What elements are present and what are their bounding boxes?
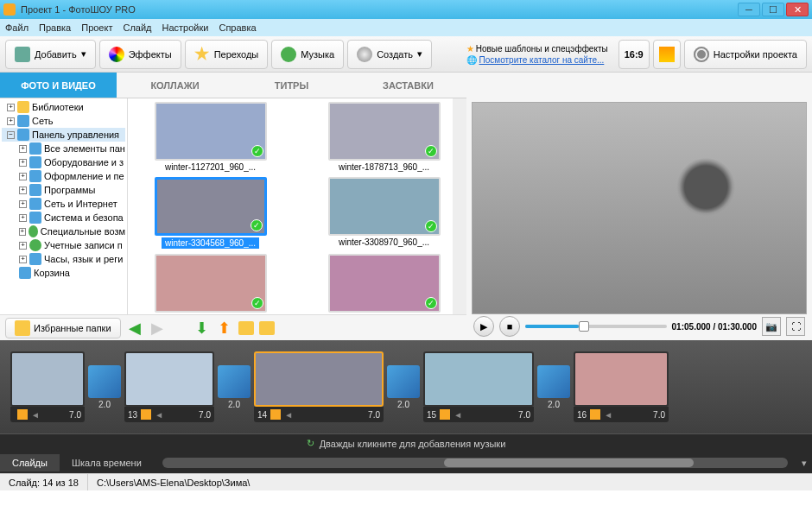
timeline-tab-1[interactable]: Шкала времени	[60, 454, 154, 471]
expand-icon[interactable]: +	[19, 242, 27, 250]
tree-item[interactable]: +Все элементы пан	[2, 142, 125, 155]
menu-Правка[interactable]: Правка	[39, 22, 71, 33]
tree-item[interactable]: +Оборудование и з	[2, 155, 125, 169]
expand-icon[interactable]: +	[7, 117, 15, 125]
minimize-button[interactable]: ─	[738, 3, 760, 16]
thumbnail[interactable]: ✓winter-1127201_960_...	[131, 102, 289, 172]
tree-item[interactable]: +Учетные записи п	[2, 238, 125, 252]
expand-icon[interactable]: +	[19, 159, 27, 167]
pencil-icon[interactable]	[270, 409, 281, 420]
thumbnail[interactable]: ✓woman-589508_960_7...	[131, 254, 289, 314]
tree-item[interactable]: +Сеть и Интернет	[2, 197, 125, 211]
create-button[interactable]: Создать ▾	[347, 40, 432, 69]
timeline-slide[interactable]: 14 ◄ 7.0	[254, 351, 384, 422]
tree-item[interactable]: +Оформление и пе	[2, 169, 125, 183]
tree-item[interactable]: Корзина	[2, 266, 125, 280]
tree-item[interactable]: +Сеть	[2, 114, 125, 128]
promo-line-2[interactable]: 🌐 Посмотрите каталог на сайте...	[466, 55, 608, 65]
pencil-icon[interactable]	[590, 409, 600, 420]
pencil-icon[interactable]	[17, 409, 28, 420]
back-icon[interactable]: ◀	[126, 319, 143, 337]
expand-icon[interactable]: +	[19, 173, 27, 180]
snapshot-button[interactable]: 📷	[762, 317, 781, 336]
expand-icon[interactable]: +	[19, 187, 27, 194]
warning-icon: ◄	[604, 410, 612, 420]
forward-icon[interactable]: ▶	[149, 319, 166, 337]
expand-icon[interactable]: +	[19, 200, 27, 208]
up-arrow-icon[interactable]: ⬆	[216, 319, 233, 337]
timeline-slide[interactable]: 13 ◄ 7.0	[124, 351, 214, 422]
transition[interactable]: 2.0	[387, 365, 420, 409]
thumbnail[interactable]: ✓woman-3083400_960_...	[305, 254, 463, 314]
menu-Файл[interactable]: Файл	[5, 22, 29, 33]
tree-label: Система и безопа	[44, 212, 124, 223]
thumbnail-image: ✓	[155, 177, 267, 236]
transition[interactable]: 2.0	[88, 365, 121, 409]
expand-icon[interactable]: +	[7, 104, 15, 111]
menu-Слайд[interactable]: Слайд	[123, 22, 151, 33]
timeline-track[interactable]: ◄ 7.0 2.013 ◄ 7.0 2.014 ◄ 7.0 2.015 ◄ 7.…	[0, 340, 812, 433]
seek-bar[interactable]	[525, 325, 667, 328]
chevron-down-icon[interactable]: ▾	[796, 458, 812, 469]
close-button[interactable]: ✕	[786, 3, 809, 16]
menu-Проект[interactable]: Проект	[81, 22, 112, 33]
menu-Настройки[interactable]: Настройки	[162, 22, 209, 33]
folder-up-icon[interactable]	[259, 321, 275, 335]
seek-knob[interactable]	[579, 321, 589, 332]
menu-Справка[interactable]: Справка	[219, 22, 256, 33]
timeline-slide[interactable]: 15 ◄ 7.0	[423, 351, 534, 422]
favorites-button[interactable]: Избранные папки	[5, 318, 121, 338]
expand-icon[interactable]: +	[19, 214, 27, 222]
toolbar: Добавить ▾ Эффекты Переходы Музыка Созда…	[0, 36, 812, 73]
play-button[interactable]: ▶	[473, 316, 494, 337]
transition[interactable]: 2.0	[537, 365, 570, 409]
thumbnail[interactable]: ✓winter-3308970_960_...	[305, 177, 463, 249]
project-settings-button[interactable]: Настройки проекта	[684, 40, 807, 69]
music-track[interactable]: ↻ Дважды кликните для добавления музыки	[0, 433, 812, 452]
slide-info-bar: 13 ◄ 7.0	[124, 407, 214, 422]
tree-item[interactable]: +Система и безопа	[2, 211, 125, 225]
tab-2[interactable]: ТИТРЫ	[233, 73, 350, 98]
expand-icon[interactable]: +	[19, 228, 26, 236]
music-button[interactable]: Музыка	[271, 40, 344, 69]
thumbnail-label: winter-1127201_960_...	[165, 162, 256, 172]
expand-icon[interactable]: +	[19, 256, 27, 263]
timeline-slide[interactable]: ◄ 7.0	[10, 351, 85, 422]
thumbnail[interactable]: ✓winter-1878713_960_...	[305, 102, 463, 172]
slide-image	[10, 351, 85, 407]
tree-item[interactable]: +Специальные возм	[2, 225, 125, 238]
thumbs-scrollbar[interactable]	[453, 98, 466, 314]
thumbnail[interactable]: ✓winter-3304568_960_...	[131, 177, 289, 249]
maximize-button[interactable]: ☐	[762, 3, 784, 16]
expand-icon[interactable]: +	[19, 145, 27, 153]
color-button[interactable]	[653, 40, 681, 69]
pencil-icon[interactable]	[141, 409, 151, 420]
down-arrow-icon[interactable]: ⬇	[193, 319, 211, 337]
preview-video[interactable]	[472, 102, 807, 314]
transition[interactable]: 2.0	[218, 365, 251, 409]
timeline-tab-0[interactable]: Слайды	[0, 454, 60, 471]
tab-0[interactable]: ФОТО И ВИДЕО	[0, 73, 117, 98]
stop-button[interactable]: ■	[499, 316, 520, 337]
tree-item[interactable]: −Панель управления	[2, 128, 125, 142]
tree-item[interactable]: +Часы, язык и реги	[2, 252, 125, 266]
timeline-scrollbar[interactable]	[162, 458, 788, 468]
add-button[interactable]: Добавить ▾	[5, 40, 96, 69]
tab-1[interactable]: КОЛЛАЖИ	[117, 73, 233, 98]
tab-3[interactable]: ЗАСТАВКИ	[350, 73, 466, 98]
statusbar: Слайд: 14 из 18 C:\Users\AMS-Elena\Deskt…	[0, 473, 812, 490]
tree-item[interactable]: +Библиотеки	[2, 100, 125, 114]
fullscreen-button[interactable]: ⛶	[786, 317, 805, 336]
scrollbar-thumb[interactable]	[444, 459, 695, 467]
timeline-slide[interactable]: 16 ◄ 7.0	[574, 351, 669, 422]
tree-item[interactable]: +Программы	[2, 183, 125, 197]
pencil-icon[interactable]	[440, 409, 450, 420]
folder-icon	[17, 115, 29, 127]
effects-button[interactable]: Эффекты	[99, 40, 181, 69]
transitions-button[interactable]: Переходы	[185, 40, 269, 69]
effects-label: Эффекты	[129, 49, 172, 60]
aspect-button[interactable]: 16:9	[619, 40, 650, 69]
folder-down-icon[interactable]	[238, 321, 254, 335]
folder-tree[interactable]: +Библиотеки+Сеть−Панель управления+Все э…	[0, 98, 128, 314]
expand-icon[interactable]: −	[7, 131, 15, 139]
